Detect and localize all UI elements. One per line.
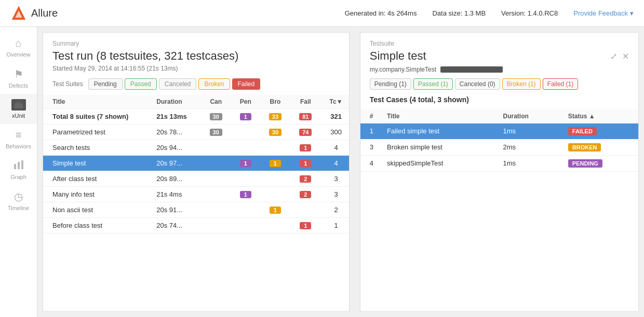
- sidebar-label-defects: Defects: [9, 82, 28, 89]
- tc-status-cell: PENDING: [559, 155, 638, 171]
- suite-table: Title Duration Can Pen Bro Fail Tc▼ Tota…: [43, 95, 349, 233]
- filter-failed-button[interactable]: Failed: [232, 78, 261, 90]
- status-badge: BROKEN: [568, 143, 601, 151]
- suite-num-cell: [229, 140, 258, 156]
- data-size-value: 1.3 MB: [464, 9, 486, 17]
- table-row[interactable]: Many info test21s 4ms123: [43, 187, 349, 202]
- suite-title-cell: After class test: [43, 171, 147, 187]
- flag-icon: ⚑: [14, 68, 23, 80]
- tc-status-cell: FAILED: [559, 123, 638, 139]
- col-title: Title: [43, 95, 147, 109]
- col-pen: Pen: [229, 95, 258, 109]
- suite-num-cell: 1: [258, 156, 288, 171]
- sidebar-label-overview: Overview: [7, 51, 31, 58]
- suite-title-cell: Before class test: [43, 218, 147, 233]
- expand-icon[interactable]: ⤢: [610, 51, 617, 61]
- filter-pending-button[interactable]: Pending: [88, 78, 123, 90]
- sidebar-item-xunit[interactable]: xUnit: [0, 94, 37, 124]
- ts-title-text: Simple test: [370, 49, 426, 63]
- svg-rect-3: [17, 102, 20, 104]
- suite-num-cell: [198, 218, 229, 233]
- table-row[interactable]: Parametrized test20s 78...303074300: [43, 125, 349, 140]
- tc-filter-broken-button[interactable]: Broken (1): [502, 78, 541, 90]
- table-row[interactable]: 4skippedSimpleTest1msPENDING: [360, 155, 638, 171]
- suite-num-cell: [198, 140, 229, 156]
- ts-title: Simple test ⤢ ✕: [360, 49, 638, 66]
- clock-icon: ◷: [14, 190, 23, 203]
- tc-col-title: Title: [378, 109, 493, 123]
- filter-bar: Test Suites Pending Passed Canceled Brok…: [43, 78, 349, 95]
- ts-title-actions: ⤢ ✕: [610, 51, 629, 61]
- logo: Allure: [10, 5, 58, 22]
- tc-num-cell: 1: [360, 123, 378, 139]
- table-row[interactable]: Non ascii test20s 91...12: [43, 202, 349, 218]
- tc-filter-passed-button[interactable]: Passed (1): [413, 78, 453, 90]
- suite-num-cell: 2: [318, 202, 348, 218]
- table-row[interactable]: 1Failed simple test1msFAILED: [360, 123, 638, 139]
- suite-num-cell: [288, 202, 318, 218]
- filter-broken-button[interactable]: Broken: [198, 78, 230, 90]
- table-row[interactable]: Total 8 suites (7 shown)21s 13ms30133813…: [43, 109, 349, 125]
- tc-filter-failed-button[interactable]: Failed (1): [543, 78, 579, 90]
- ts-label: Testsuite: [360, 33, 638, 49]
- briefcase-icon: [11, 99, 26, 111]
- sidebar-item-behaviors[interactable]: ≡ Behaviors: [0, 124, 37, 155]
- suite-duration-cell: 20s 78...: [147, 125, 198, 140]
- suite-num-cell: 30: [198, 125, 229, 140]
- suite-num-cell: 1: [258, 202, 288, 218]
- suite-title-cell: Search tests: [43, 140, 147, 156]
- tc-duration-cell: 1ms: [493, 155, 558, 171]
- status-badge: FAILED: [568, 127, 597, 135]
- tc-filter-canceled-button[interactable]: Canceled (0): [455, 78, 500, 90]
- main-content: Summary Test run (8 testsuites, 321 test…: [37, 27, 644, 317]
- suite-num-cell: 1: [229, 109, 258, 125]
- suite-duration-cell: 20s 89...: [147, 171, 198, 187]
- tc-num-cell: 4: [360, 155, 378, 171]
- suite-num-cell: 81: [288, 109, 318, 125]
- summary-label: Summary: [43, 33, 349, 49]
- filter-passed-button[interactable]: Passed: [125, 78, 157, 90]
- col-duration: Duration: [147, 95, 198, 109]
- suite-num-cell: 1: [288, 140, 318, 156]
- tc-duration-cell: 2ms: [493, 139, 558, 155]
- suite-num-cell: [258, 140, 288, 156]
- home-icon: ⌂: [15, 37, 21, 49]
- sidebar-item-graph[interactable]: Graph: [0, 155, 37, 185]
- header-meta: Generated in: 4s 264ms Data size: 1.3 MB…: [345, 9, 558, 17]
- sidebar-label-graph: Graph: [10, 174, 26, 180]
- suite-num-cell: 74: [288, 125, 318, 140]
- sidebar-label-timeline: Timeline: [8, 205, 29, 211]
- table-row[interactable]: Before class test20s 74...11: [43, 218, 349, 233]
- table-row[interactable]: Simple test20s 97...1114: [43, 156, 349, 171]
- right-panel: Testsuite Simple test ⤢ ✕ my.company.Sim…: [360, 32, 639, 312]
- suite-num-cell: [229, 125, 258, 140]
- tc-filter-pending-button[interactable]: Pending (1): [370, 78, 411, 90]
- close-icon[interactable]: ✕: [622, 51, 629, 61]
- bar-chart-icon: [13, 160, 24, 172]
- version-value: 1.4.0.RC8: [528, 9, 558, 17]
- suite-num-cell: 1: [288, 156, 318, 171]
- sidebar-label-behaviors: Behaviors: [6, 143, 31, 149]
- suite-duration-cell: 20s 94...: [147, 140, 198, 156]
- table-row[interactable]: Search tests20s 94...14: [43, 140, 349, 156]
- tc-num-cell: 3: [360, 139, 378, 155]
- table-row[interactable]: After class test20s 89...23: [43, 171, 349, 187]
- filter-bar-label: Test Suites: [52, 80, 83, 88]
- suite-duration-cell: 20s 97...: [147, 156, 198, 171]
- sidebar-item-defects[interactable]: ⚑ Defects: [0, 63, 37, 94]
- logo-text: Allure: [31, 7, 58, 19]
- sidebar-item-timeline[interactable]: ◷ Timeline: [0, 185, 37, 216]
- suite-num-cell: 1: [288, 218, 318, 233]
- table-row[interactable]: 3Broken simple test2msBROKEN: [360, 139, 638, 155]
- generated-value: 4s 264ms: [387, 9, 417, 17]
- sidebar-item-overview[interactable]: ⌂ Overview: [0, 32, 37, 63]
- provide-feedback-button[interactable]: Provide Feedback ▾: [573, 9, 634, 17]
- col-can: Can: [198, 95, 229, 109]
- version-label: Version: 1.4.0.RC8: [501, 9, 558, 17]
- ts-path: my.company.SimpleTest: [360, 66, 638, 78]
- app-body: ⌂ Overview ⚑ Defects xUnit ≡ Behaviors: [0, 27, 644, 317]
- filter-canceled-button[interactable]: Canceled: [159, 78, 197, 90]
- suite-num-cell: 300: [318, 125, 348, 140]
- generated-label: Generated in: 4s 264ms: [345, 9, 417, 17]
- status-badge: PENDING: [568, 159, 602, 168]
